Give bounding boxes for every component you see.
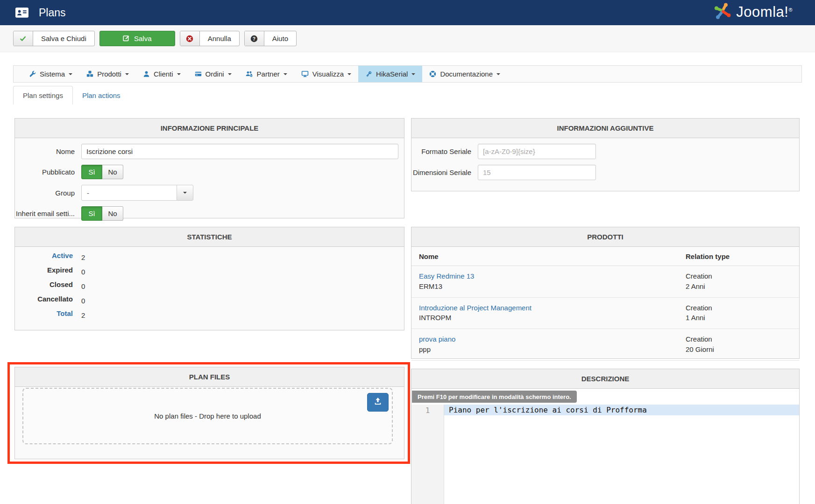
help-button[interactable]: ? Aiuto <box>244 31 297 46</box>
product-code: ERM13 <box>419 281 686 292</box>
pubblicato-yes-button[interactable]: Sì <box>81 165 102 179</box>
menu-item-clienti[interactable]: Clienti <box>136 66 188 82</box>
editor-content[interactable]: Piano per l'iscrizione ai corsi di Proff… <box>444 405 799 504</box>
user-icon <box>143 70 150 77</box>
tab-plan-actions[interactable]: Plan actions <box>73 86 130 105</box>
menu-item-hikaserial[interactable]: HikaSerial <box>358 66 422 82</box>
editor-active-line: Piano per l'iscrizione ai corsi di Proff… <box>444 405 799 415</box>
chevron-down-icon <box>69 73 72 77</box>
relation-duration: 20 Giorni <box>686 344 799 355</box>
wrench-icon <box>29 70 36 77</box>
inherit-yes-button[interactable]: Sì <box>81 206 102 221</box>
line-number: 1 <box>411 406 444 415</box>
file-dropzone[interactable]: No plan files - Drop here to upload <box>22 388 393 444</box>
menu-item-sistema[interactable]: Sistema <box>22 66 79 82</box>
column-header-relation-type: Relation type <box>686 252 799 260</box>
stat-total-link[interactable]: Total <box>15 309 81 319</box>
additional-info-title: INFORMAZIONI AGGIUNTIVE <box>411 119 799 138</box>
formato-seriale-label: Formato Seriale <box>411 147 478 155</box>
relation-duration: 1 Anni <box>686 313 799 323</box>
menu-label: Visualizza <box>312 70 344 78</box>
pubblicato-toggle: Sì No <box>81 165 123 179</box>
admin-menubar: Sistema Prodotti Clienti O <box>13 65 802 83</box>
stat-active-link[interactable]: Active <box>15 252 81 261</box>
upload-icon <box>373 397 383 407</box>
stat-expired-label: Expired <box>15 266 81 276</box>
cubes-icon <box>86 70 93 77</box>
stat-active-value: 2 <box>81 252 85 261</box>
upload-button[interactable] <box>367 393 389 412</box>
tab-plan-settings[interactable]: Plan settings <box>13 86 73 105</box>
menu-label: Documentazione <box>440 70 493 78</box>
product-link[interactable]: prova piano <box>419 334 686 344</box>
table-row: Easy Redmine 13 ERM13 Creation 2 Anni <box>411 266 799 298</box>
table-row: prova piano ppp Creation 20 Giorni <box>411 329 799 361</box>
chevron-down-icon <box>411 73 415 77</box>
menu-label: Ordini <box>206 70 224 78</box>
product-code: INTROPM <box>419 313 686 323</box>
stat-row-expired: Expired 0 <box>15 266 404 276</box>
main-info-panel: INFORMAZIONE PRINCIPALE Nome Pubblicato … <box>14 118 404 218</box>
save-button[interactable]: Salva <box>99 31 175 46</box>
relation-type: Creation <box>686 334 799 344</box>
users-gear-icon <box>246 70 253 77</box>
editor-tooltip: Premi F10 per modificare in modalità sch… <box>412 391 577 403</box>
joomla-logo-text: Joomla!® <box>736 4 793 21</box>
chevron-down-icon <box>496 73 500 77</box>
check-icon <box>14 31 33 46</box>
group-select-caret-button[interactable] <box>177 185 193 201</box>
menu-item-partner[interactable]: Partner <box>239 66 294 82</box>
additional-info-panel: INFORMAZIONI AGGIUNTIVE Formato Seriale … <box>411 118 800 191</box>
statistics-panel: STATISTICHE Active 2 Expired 0 Closed 0 … <box>14 227 404 330</box>
stat-cancellato-value: 0 <box>81 295 85 305</box>
stat-row-active: Active 2 <box>15 252 404 261</box>
menu-item-prodotti[interactable]: Prodotti <box>79 66 136 82</box>
help-label: Aiuto <box>264 31 296 46</box>
menu-label: HikaSerial <box>376 70 408 78</box>
save-label: Salva <box>134 35 152 42</box>
key-icon <box>365 70 372 77</box>
statistics-title: STATISTICHE <box>15 227 404 247</box>
product-code: ppp <box>419 344 686 355</box>
desktop-icon <box>301 70 309 77</box>
nome-input[interactable] <box>81 144 398 159</box>
description-title: DESCRIZIONE <box>411 369 799 389</box>
chevron-down-icon <box>347 73 351 77</box>
product-link[interactable]: Introduzione al Project Management <box>419 303 686 313</box>
chevron-down-icon <box>177 73 181 77</box>
stat-total-value: 2 <box>81 309 85 319</box>
table-row: Introduzione al Project Management INTRO… <box>411 298 799 329</box>
dropzone-text: No plan files - Drop here to upload <box>154 412 261 420</box>
menu-item-documentazione[interactable]: Documentazione <box>422 66 507 82</box>
stat-cancellato-label: Cancellato <box>15 295 81 305</box>
menu-label: Prodotti <box>97 70 121 78</box>
stat-closed-label: Closed <box>15 280 81 290</box>
code-editor[interactable]: 1 Piano per l'iscrizione ai corsi di Pro… <box>411 405 799 504</box>
product-link[interactable]: Easy Redmine 13 <box>419 271 686 281</box>
life-ring-icon <box>429 70 436 77</box>
page-title: Plans <box>39 7 66 19</box>
menu-label: Sistema <box>40 70 65 78</box>
top-header-bar: Plans Joomla!® <box>0 0 815 25</box>
inherit-no-button[interactable]: No <box>102 206 123 221</box>
group-select[interactable]: - <box>81 185 193 201</box>
menu-label: Partner <box>257 70 280 78</box>
formato-seriale-input[interactable] <box>478 144 596 159</box>
products-table-header: Nome Relation type <box>411 247 799 266</box>
products-panel: PRODOTTI Nome Relation type Easy Redmine… <box>411 227 800 359</box>
stat-row-total: Total 2 <box>15 309 404 319</box>
group-select-value: - <box>81 185 177 201</box>
menu-item-ordini[interactable]: Ordini <box>188 66 239 82</box>
relation-type: Creation <box>686 271 799 281</box>
pubblicato-no-button[interactable]: No <box>102 165 123 179</box>
menu-item-visualizza[interactable]: Visualizza <box>294 66 358 82</box>
editor-tooltip-row: Premi F10 per modificare in modalità sch… <box>411 389 799 405</box>
main-info-title: INFORMAZIONE PRINCIPALE <box>15 119 404 138</box>
dimensioni-seriale-input[interactable] <box>478 165 596 180</box>
editor-line-numbers: 1 <box>411 405 444 504</box>
cancel-button[interactable]: Annulla <box>180 31 240 46</box>
help-icon: ? <box>245 31 264 46</box>
cancel-icon <box>180 31 200 46</box>
save-close-button[interactable]: Salva e Chiudi <box>13 31 95 46</box>
svg-text:?: ? <box>253 36 255 41</box>
